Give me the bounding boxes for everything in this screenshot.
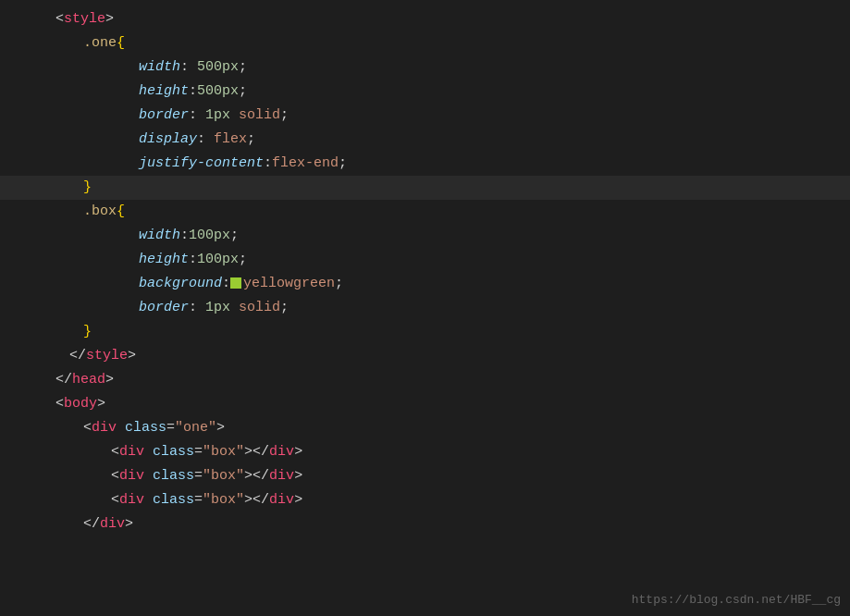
line-15: </style>	[0, 344, 850, 368]
punct: <	[55, 8, 64, 31]
prop-height-2: height	[139, 249, 189, 271]
val-flex-end: flex-end	[272, 153, 339, 175]
line-11: height:100px;	[0, 248, 850, 272]
prop-display: display	[139, 129, 197, 151]
line-16: </head>	[0, 368, 850, 392]
val-height-500: 500px	[197, 80, 239, 103]
prop-height: height	[139, 80, 189, 103]
tag-div-box-2: div	[119, 465, 144, 487]
code-lines: <style> .one{ width: 500px; height:500px…	[0, 0, 850, 544]
brace-close-1: }	[83, 177, 92, 199]
prop-justify: justify-content	[139, 153, 264, 175]
code-editor: <style> .one{ width: 500px; height:500px…	[0, 0, 850, 616]
attr-class-box-3: class	[153, 489, 194, 511]
prop-border-2: border	[139, 297, 189, 319]
attr-class-one: class	[125, 417, 166, 439]
prop-width-2: width	[139, 225, 180, 247]
tag-div-box-1-close: div	[269, 441, 294, 463]
prop-width: width	[139, 56, 180, 79]
line-13: border: 1px solid;	[0, 296, 850, 320]
tag-head-close: head	[72, 369, 105, 391]
attr-val-box-2: "box"	[203, 465, 244, 487]
val-flex: flex	[214, 129, 247, 151]
prop-border: border	[139, 105, 189, 127]
line-4: height:500px;	[0, 80, 850, 104]
tag-div-one: div	[92, 417, 117, 439]
color-swatch-yellowgreen	[230, 277, 241, 289]
tag-style: style	[64, 8, 105, 31]
watermark: https://blog.csdn.net/HBF__cg	[632, 593, 841, 607]
line-12: background:yellowgreen;	[0, 272, 850, 296]
attr-val-box-1: "box"	[203, 441, 244, 463]
line-20: <div class="box"></div>	[0, 464, 850, 488]
line-2: .one{	[0, 31, 850, 55]
val-100: 100px	[189, 225, 230, 247]
brace-close-2: }	[83, 321, 92, 343]
line-21: <div class="box"></div>	[0, 488, 850, 512]
val-border-2: 1px	[205, 297, 230, 319]
line-18: <div class="one">	[0, 416, 850, 440]
val-solid: solid	[239, 105, 280, 127]
line-19: <div class="box"></div>	[0, 440, 850, 464]
line-14: }	[0, 320, 850, 344]
tag-style-close: style	[86, 345, 128, 367]
tag-body-open: body	[64, 393, 97, 415]
line-5: border: 1px solid;	[0, 104, 850, 128]
val-solid-2: solid	[239, 297, 280, 319]
line-22: </div>	[0, 512, 850, 536]
brace-open-1: {	[117, 32, 125, 55]
line-7: justify-content:flex-end;	[0, 152, 850, 176]
val-yellowgreen: yellowgreen	[243, 273, 335, 295]
line-10: width:100px;	[0, 224, 850, 248]
tag-div-box-2-close: div	[269, 465, 294, 487]
attr-val-one: "one"	[175, 417, 216, 439]
attr-class-box-2: class	[153, 465, 194, 487]
tag-div-box-1: div	[119, 441, 144, 463]
selector-box: .box	[83, 201, 117, 223]
val-height-100: 100px	[197, 249, 239, 271]
tag-div-close: div	[100, 513, 125, 536]
line-8: }	[0, 176, 850, 200]
selector-one: .one	[83, 32, 117, 55]
prop-background: background	[139, 273, 222, 295]
line-9: .box{	[0, 200, 850, 224]
val-500px: 500px	[197, 56, 239, 79]
line-6: display: flex;	[0, 128, 850, 152]
tag-div-box-3-close: div	[269, 489, 294, 511]
line-1: <style>	[0, 7, 850, 31]
line-17: <body>	[0, 392, 850, 416]
punct2: >	[105, 8, 114, 31]
tag-div-box-3: div	[119, 489, 144, 511]
attr-val-box-3: "box"	[203, 489, 244, 511]
attr-class-box-1: class	[153, 441, 194, 463]
val-border: 1px	[205, 105, 230, 127]
brace-open-2: {	[117, 201, 125, 223]
line-3: width: 500px;	[0, 55, 850, 80]
